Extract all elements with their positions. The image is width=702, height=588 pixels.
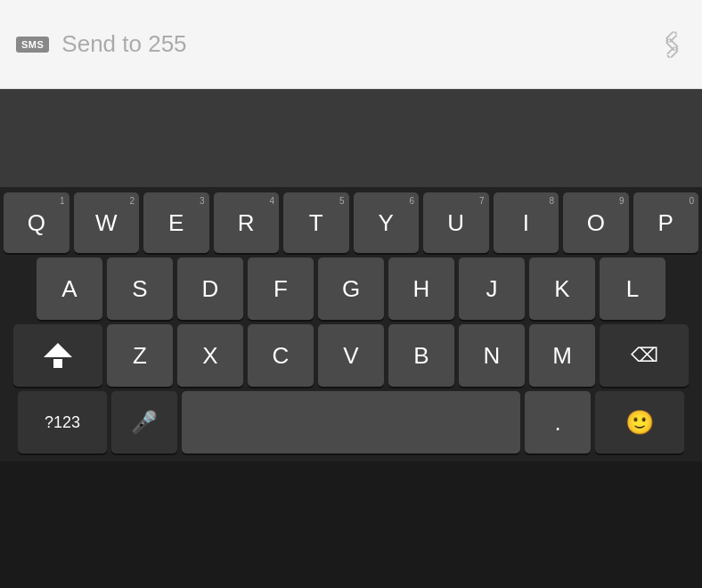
key-t[interactable]: 5T xyxy=(283,192,349,253)
key-p[interactable]: 0P xyxy=(633,192,699,253)
key-x[interactable]: X xyxy=(177,324,243,387)
keyboard: 1Q2W3E4R5T6Y7U8I9O0P ASDFGHJKL ZXCVBNM⌫ … xyxy=(0,187,702,461)
key-q[interactable]: 1Q xyxy=(4,192,69,253)
key-w[interactable]: 2W xyxy=(74,192,140,253)
key-k[interactable]: K xyxy=(529,257,595,320)
backspace-icon: ⌫ xyxy=(631,344,658,367)
key-h[interactable]: H xyxy=(388,257,454,320)
key-g[interactable]: G xyxy=(318,257,384,320)
keyboard-row-1: 1Q2W3E4R5T6Y7U8I9O0P xyxy=(4,192,698,253)
key-c[interactable]: C xyxy=(248,324,314,387)
sms-badge: SMS xyxy=(16,37,49,53)
key-numbers[interactable]: ?123 xyxy=(18,391,107,453)
send-to-field[interactable]: Send to 255 xyxy=(61,30,659,58)
key-shift[interactable] xyxy=(13,324,102,387)
key-u[interactable]: 7U xyxy=(423,192,489,253)
key-microphone[interactable]: 🎤 xyxy=(111,391,177,453)
key-v[interactable]: V xyxy=(318,324,384,387)
key-i[interactable]: 8I xyxy=(494,192,559,253)
key-emoji[interactable]: 🙂 xyxy=(595,391,684,453)
key-j[interactable]: J xyxy=(459,257,525,320)
keyboard-row-2: ASDFGHJKL xyxy=(4,257,698,320)
key-z[interactable]: Z xyxy=(107,324,173,387)
key-r[interactable]: 4R xyxy=(214,192,280,253)
key-b[interactable]: B xyxy=(388,324,454,387)
key-space[interactable] xyxy=(182,391,520,453)
key-backspace[interactable]: ⌫ xyxy=(600,324,689,387)
key-m[interactable]: M xyxy=(529,324,595,387)
microphone-icon: 🎤 xyxy=(131,410,158,435)
key-o[interactable]: 9O xyxy=(563,192,629,253)
keyboard-row-4: ?123🎤.🙂 xyxy=(4,391,698,453)
key-y[interactable]: 6Y xyxy=(354,192,420,253)
key-s[interactable]: S xyxy=(107,257,173,320)
emoji-icon: 🙂 xyxy=(625,409,654,437)
key-period[interactable]: . xyxy=(525,391,591,453)
message-header: SMS Send to 255 🖇 xyxy=(0,0,702,89)
key-f[interactable]: F xyxy=(248,257,314,320)
key-a[interactable]: A xyxy=(37,257,102,320)
key-n[interactable]: N xyxy=(459,324,525,387)
key-d[interactable]: D xyxy=(177,257,243,320)
key-e[interactable]: 3E xyxy=(143,192,209,253)
message-area xyxy=(0,89,702,187)
keyboard-row-3: ZXCVBNM⌫ xyxy=(4,324,698,387)
key-l[interactable]: L xyxy=(600,257,665,320)
